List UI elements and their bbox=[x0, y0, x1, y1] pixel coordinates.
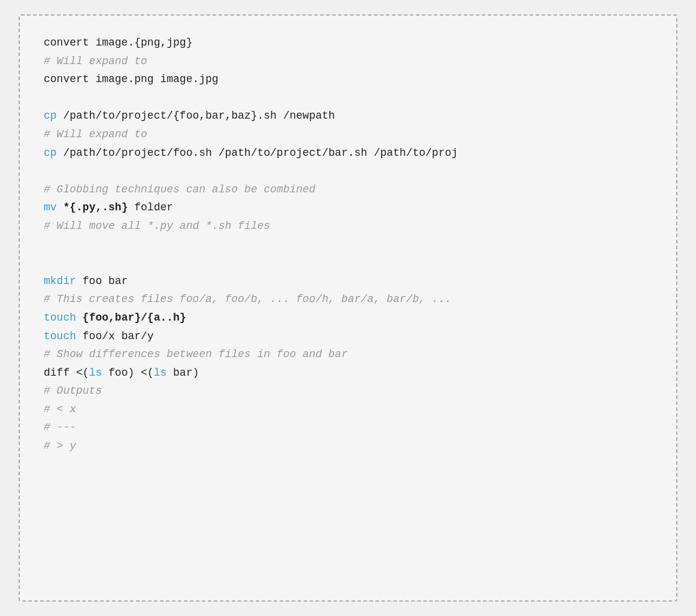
code-block: convert image.{png,jpg}# Will expand toc… bbox=[44, 34, 652, 455]
code-container: convert image.{png,jpg}# Will expand toc… bbox=[19, 14, 677, 602]
